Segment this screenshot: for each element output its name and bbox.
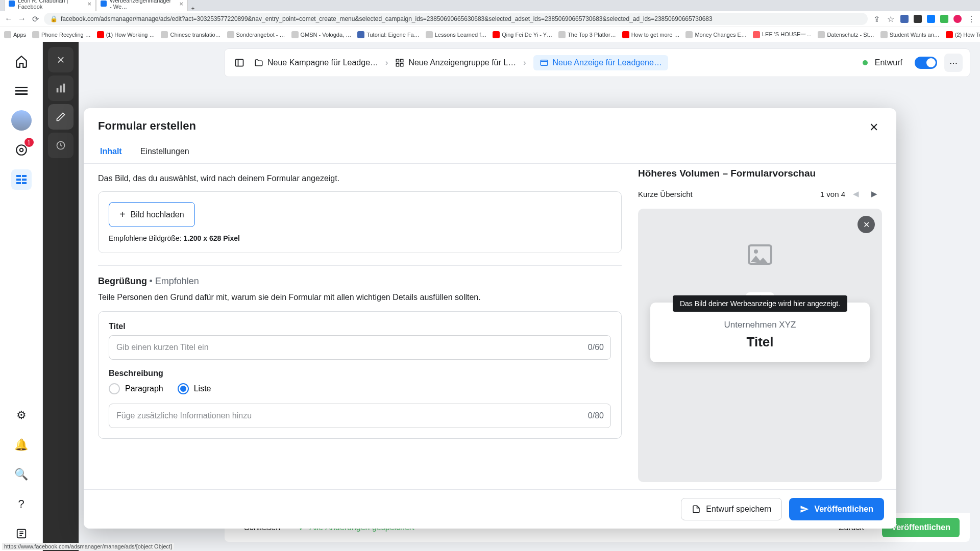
description-label: Beschreibung xyxy=(109,369,611,378)
bookmark[interactable]: Phone Recycling … xyxy=(32,31,91,38)
tab-close-icon[interactable]: × xyxy=(179,0,183,8)
tab-strip: Leon R. Chaudhari | Facebook × Werbeanze… xyxy=(0,0,980,11)
bookmark-icon xyxy=(32,31,39,38)
bookmark[interactable]: GMSN - Vologda, … xyxy=(291,31,352,38)
bookmark[interactable]: Qing Fei De Yi - Y… xyxy=(493,31,552,38)
ext-icon[interactable] xyxy=(914,15,922,23)
preview-column: Höheres Volumen – Formularvorschau Kurze… xyxy=(636,164,896,489)
browser-chrome: Leon R. Chaudhari | Facebook × Werbeanze… xyxy=(0,0,980,42)
document-icon xyxy=(692,505,701,514)
send-icon xyxy=(800,505,809,514)
title-label: Titel xyxy=(109,322,611,331)
extra-counter: 0/80 xyxy=(588,411,604,420)
preview-close-icon[interactable]: ✕ xyxy=(857,216,875,233)
svg-point-24 xyxy=(754,249,758,254)
ext-icon[interactable] xyxy=(940,15,948,23)
radio-paragraph[interactable]: Paragraph xyxy=(109,383,163,394)
bookmark[interactable]: (1) How Working … xyxy=(97,31,155,38)
bookmark[interactable]: LEE 'S HOUSE一… xyxy=(753,31,812,38)
bookmark-icon xyxy=(291,31,299,38)
reload-icon[interactable]: ⟳ xyxy=(31,14,40,23)
star-icon[interactable]: ☆ xyxy=(886,14,895,23)
section-title: Begrüßung xyxy=(98,276,147,286)
create-form-modal: Formular erstellen ✕ Inhalt Einstellunge… xyxy=(84,108,896,529)
save-draft-button[interactable]: Entwurf speichern xyxy=(681,498,782,520)
url-input[interactable]: 🔒 facebook.com/adsmanager/manage/ads/edi… xyxy=(44,13,868,25)
bookmark[interactable]: How to get more … xyxy=(622,31,680,38)
tab-settings[interactable]: Einstellungen xyxy=(138,143,191,163)
bookmark-icon xyxy=(880,31,888,38)
greeting-section: Begrüßung • Empfohlen Teile Personen den… xyxy=(98,276,622,439)
preview-overview: Kurze Übersicht xyxy=(638,190,693,198)
browser-tab[interactable]: Leon R. Chaudhari | Facebook × xyxy=(4,0,96,11)
forward-icon[interactable]: → xyxy=(17,14,27,23)
upload-image-button[interactable]: + Bild hochladen xyxy=(109,202,195,227)
bookmark[interactable]: Chinese translatio… xyxy=(161,31,220,38)
image-upload-panel: + Bild hochladen Empfohlene Bildgröße: 1… xyxy=(98,191,622,253)
back-icon[interactable]: ← xyxy=(4,14,13,23)
ext-icon[interactable] xyxy=(900,15,909,23)
facebook-favicon xyxy=(101,1,107,7)
preview-company: Unternehmen XYZ xyxy=(663,320,857,330)
bookmark[interactable]: Lessons Learned f… xyxy=(426,31,487,38)
divider xyxy=(98,265,622,266)
share-icon[interactable]: ⇪ xyxy=(872,14,881,23)
modal-title: Formular erstellen xyxy=(98,119,196,133)
radio-dot-icon xyxy=(109,383,120,394)
section-description: Teile Personen den Grund dafür mit, waru… xyxy=(98,292,622,303)
extra-info-input[interactable] xyxy=(109,404,611,428)
bookmark[interactable]: The Top 3 Platfor… xyxy=(558,31,616,38)
bookmark[interactable]: Apps xyxy=(4,31,26,38)
description-format-radio: Paragraph Liste xyxy=(109,383,611,394)
bookmark[interactable]: Sonderangebot - … xyxy=(227,31,285,38)
bookmark-icon xyxy=(753,31,760,38)
section-tag: • Empfohlen xyxy=(149,276,199,286)
preview-banner: Das Bild deiner Werbeanzeige wird hier a… xyxy=(673,295,847,312)
preview-pager: 1 von 4 xyxy=(820,190,845,198)
modal-backdrop: Formular erstellen ✕ Inhalt Einstellunge… xyxy=(0,42,980,551)
radio-list[interactable]: Liste xyxy=(178,383,211,394)
bookmark-icon xyxy=(426,31,433,38)
preview-title: Höheres Volumen – Formularvorschau xyxy=(638,168,882,179)
bookmark-icon xyxy=(558,31,566,38)
bookmark-icon xyxy=(622,31,629,38)
tab-close-icon[interactable]: × xyxy=(87,0,91,8)
publish-form-button[interactable]: Veröffentlichen xyxy=(789,498,884,520)
extension-icons: ⇪ ☆ ⋮ xyxy=(872,14,976,23)
bookmark[interactable]: Student Wants an… xyxy=(880,31,940,38)
bookmark[interactable]: Datenschutz - St… xyxy=(818,31,874,38)
new-tab-button[interactable]: + xyxy=(188,5,198,11)
pager-next-icon[interactable]: ▶ xyxy=(867,185,882,203)
bookmark-icon xyxy=(161,31,168,38)
lock-icon: 🔒 xyxy=(50,15,58,22)
bookmark-icon xyxy=(227,31,234,38)
browser-tab[interactable]: Werbeanzeigenmanager - We… × xyxy=(96,0,188,11)
bookmark-icon xyxy=(685,31,693,38)
form-column: Das Bild, das du auswählst, wird nach de… xyxy=(84,164,636,489)
recommended-size: Empfohlene Bildgröße: 1.200 x 628 Pixel xyxy=(109,234,611,242)
bookmark[interactable]: Tutorial: Eigene Fa… xyxy=(357,31,420,38)
bookmark-icon xyxy=(97,31,104,38)
bookmark-icon xyxy=(357,31,364,38)
pager-prev-icon[interactable]: ◀ xyxy=(848,185,864,203)
tab-title: Werbeanzeigenmanager - We… xyxy=(110,0,174,10)
title-input[interactable] xyxy=(109,335,611,360)
preview-stage: ✕ Das Bild deiner Werbeanzeige wird hier… xyxy=(638,209,882,482)
image-hint: Das Bild, das du auswählst, wird nach de… xyxy=(98,174,622,183)
modal-tabs: Inhalt Einstellungen xyxy=(84,136,896,164)
modal-footer: Entwurf speichern Veröffentlichen xyxy=(84,489,896,529)
radio-dot-icon xyxy=(178,383,189,394)
bookmark[interactable]: Money Changes E… xyxy=(685,31,747,38)
tab-content[interactable]: Inhalt xyxy=(98,143,124,163)
plus-icon: + xyxy=(119,209,126,220)
title-counter: 0/60 xyxy=(588,343,604,352)
ext-icon[interactable] xyxy=(953,15,962,23)
apps-icon xyxy=(4,31,11,38)
close-icon[interactable]: ✕ xyxy=(866,119,882,136)
tab-title: Leon R. Chaudhari | Facebook xyxy=(18,0,82,10)
status-bar-url: https://www.facebook.com/adsmanager/mana… xyxy=(2,543,174,550)
ext-icon[interactable] xyxy=(927,15,935,23)
url-text: facebook.com/adsmanager/manage/ads/edit?… xyxy=(61,15,713,22)
menu-icon[interactable]: ⋮ xyxy=(967,14,976,23)
bookmark[interactable]: (2) How To Add A… xyxy=(946,31,980,38)
